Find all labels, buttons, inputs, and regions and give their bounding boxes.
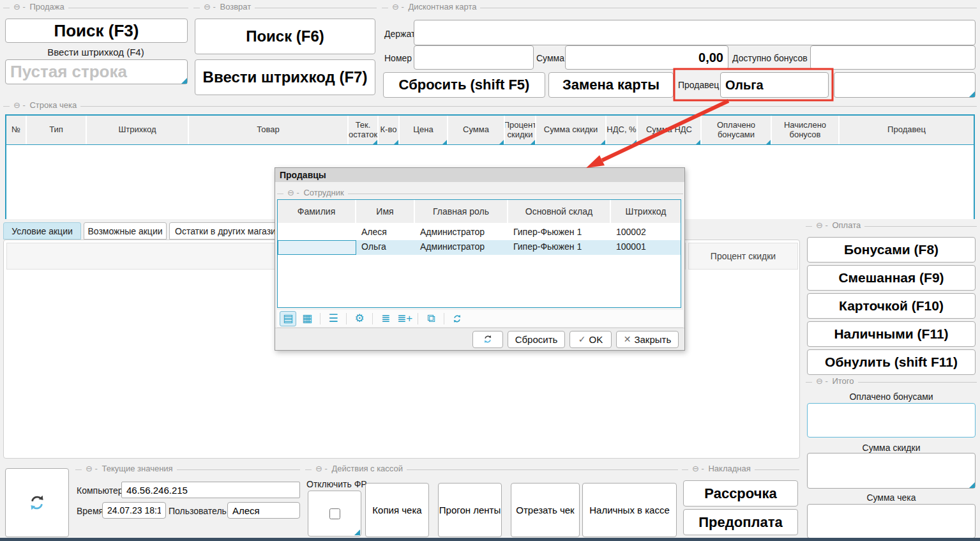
feed-tape-button[interactable]: Прогон ленты — [438, 483, 502, 537]
collapse-icon[interactable]: ⊖ - — [692, 464, 704, 473]
receipt-col-num[interactable]: № — [6, 116, 27, 144]
pay-card-button[interactable]: Карточкой (F10) — [807, 293, 976, 319]
receipt-col-seller[interactable]: Продавец — [840, 116, 974, 144]
computer-field[interactable] — [121, 482, 300, 498]
available-bonuses-field[interactable] — [810, 45, 976, 70]
paid-bonuses-field[interactable] — [807, 403, 976, 438]
receipt-col-discount-percent[interactable]: Процент скидки — [505, 116, 536, 144]
sale-barcode-input[interactable] — [5, 59, 188, 84]
filter-triangle-icon[interactable] — [442, 140, 447, 144]
holder-field[interactable] — [414, 20, 976, 45]
add-row-icon[interactable]: ≣+ — [396, 311, 413, 326]
computer-input[interactable] — [121, 482, 300, 498]
receipt-col-vat-sum[interactable]: Сумма НДС — [638, 116, 702, 144]
disable-fr-checkbox[interactable] — [329, 508, 340, 519]
collapse-icon[interactable]: ⊖ - — [204, 2, 216, 11]
emp-col-firstname[interactable]: Имя — [356, 200, 415, 223]
seller-extra-input[interactable] — [834, 72, 976, 98]
receipt-col-qty[interactable]: К-во — [379, 116, 400, 144]
filter-triangle-icon[interactable] — [394, 140, 398, 144]
return-enter-barcode-button[interactable]: Ввести штрихкод (F7) — [195, 59, 375, 95]
collapse-icon[interactable]: ⊖ - — [287, 188, 299, 197]
holder-input[interactable] — [414, 20, 976, 45]
card-amount-field[interactable] — [565, 45, 728, 70]
collapse-icon[interactable]: ⊖ - — [86, 464, 98, 473]
discount-sum-field[interactable] — [807, 453, 976, 489]
pay-zero-button[interactable]: Обнулить (shift F11) — [807, 349, 976, 375]
filter-triangle-icon[interactable] — [499, 140, 504, 144]
collapse-icon[interactable]: ⊖ - — [816, 376, 828, 386]
export-icon[interactable]: ⧉ — [423, 311, 439, 326]
gear-icon[interactable]: ⚙ — [351, 311, 368, 326]
discount-sum-input[interactable] — [807, 453, 976, 489]
card-number-field[interactable] — [414, 45, 534, 70]
pay-cash-button[interactable]: Наличными (F11) — [807, 321, 976, 347]
available-bonuses-input[interactable] — [810, 45, 976, 70]
user-input[interactable] — [227, 502, 300, 519]
receipt-col-barcode[interactable]: Штрихкод — [87, 116, 189, 144]
main-refresh-button[interactable] — [5, 468, 69, 537]
receipt-col-sum[interactable]: Сумма — [448, 116, 505, 144]
emp-col-barcode[interactable]: Штрихкод — [611, 200, 681, 223]
filter-triangle-icon[interactable] — [373, 140, 377, 144]
paid-bonuses-input[interactable] — [807, 403, 976, 438]
filter-icon[interactable]: ☰ — [325, 311, 342, 326]
collapse-icon[interactable]: ⊖ - — [13, 100, 26, 110]
emp-col-mainrole[interactable]: Главная роль — [415, 200, 508, 223]
emp-col-lastname[interactable]: Фамилия — [278, 200, 356, 223]
card-amount-input[interactable] — [565, 45, 728, 70]
card-reset-button[interactable]: Сбросить (shift F5) — [383, 72, 545, 98]
filter-triangle-icon[interactable] — [531, 140, 535, 144]
filter-triangle-icon[interactable] — [632, 140, 637, 144]
seller-input[interactable] — [720, 72, 829, 98]
employee-row-selected[interactable]: Ольга Администратор Гипер-Фьюжен 1 10000… — [278, 240, 681, 255]
sellers-dialog-titlebar[interactable]: Продавцы — [275, 168, 684, 182]
receipt-col-vat-percent[interactable]: НДС, % — [607, 116, 638, 144]
filter-triangle-icon[interactable] — [601, 140, 605, 144]
receipt-col-paid-bonuses[interactable]: Оплачено бонусами — [702, 116, 772, 144]
receipt-sum-input[interactable] — [807, 504, 976, 538]
receipt-col-current-stock[interactable]: Тек. остаток — [349, 116, 379, 144]
user-field[interactable] — [227, 502, 300, 519]
promo-col-discount-percent[interactable]: Процент скидки — [688, 243, 798, 270]
dialog-close-button[interactable]: ✕ Закрыть — [616, 331, 679, 348]
time-input[interactable] — [102, 502, 166, 519]
filter-triangle-icon[interactable] — [696, 140, 700, 144]
time-field[interactable] — [102, 502, 166, 519]
reload-icon[interactable] — [449, 311, 465, 326]
card-number-input[interactable] — [414, 45, 534, 70]
emp-col-mainwarehouse[interactable]: Основной склад — [508, 200, 611, 223]
collapse-icon[interactable]: ⊖ - — [392, 2, 404, 11]
tab-stock-other-stores[interactable]: Остатки в других магази — [169, 222, 279, 240]
employee-row[interactable]: Алеся Администратор Гипер-Фьюжен 1 10000… — [278, 225, 681, 240]
collapse-icon[interactable]: ⊖ - — [816, 220, 828, 230]
cash-in-drawer-button[interactable]: Наличных в кассе — [582, 483, 677, 537]
installment-button[interactable]: Рассрочка — [683, 480, 798, 507]
receipt-col-discount-sum[interactable]: Сумма скидки — [536, 116, 607, 144]
card-replace-button[interactable]: Замена карты — [548, 72, 674, 98]
return-search-button[interactable]: Поиск (F6) — [195, 19, 375, 54]
numbered-list-icon[interactable]: ≣ — [377, 311, 394, 326]
dialog-ok-button[interactable]: ✓ OK — [569, 331, 612, 348]
receipt-col-type[interactable]: Тип — [27, 116, 87, 144]
dialog-reset-button[interactable]: Сбросить — [508, 331, 565, 348]
cut-receipt-button[interactable]: Отрезать чек — [511, 483, 580, 537]
prepayment-button[interactable]: Предоплата — [683, 509, 798, 535]
tab-promo-conditions[interactable]: Условие акции — [3, 222, 81, 240]
collapse-icon[interactable]: ⊖ - — [315, 464, 328, 473]
receipt-copy-button[interactable]: Копия чека — [365, 483, 429, 537]
collapse-icon[interactable]: ⊖ - — [13, 2, 26, 11]
dialog-refresh-button[interactable] — [472, 331, 503, 348]
sale-barcode-field[interactable] — [5, 59, 188, 84]
tab-possible-promos[interactable]: Возможные акции — [84, 222, 167, 240]
receipt-sum-field[interactable] — [807, 504, 976, 538]
receipt-col-accrued-bonuses[interactable]: Начислено бонусов — [772, 116, 840, 144]
pay-bonuses-button[interactable]: Бонусами (F8) — [807, 237, 976, 263]
receipt-col-price[interactable]: Цена — [400, 116, 448, 144]
details-view-icon[interactable]: ▤ — [280, 311, 296, 326]
grid-view-icon[interactable]: ▦ — [299, 311, 315, 326]
receipt-col-product[interactable]: Товар — [189, 116, 349, 144]
filter-triangle-icon[interactable] — [766, 140, 771, 144]
pay-mixed-button[interactable]: Смешанная (F9) — [807, 265, 976, 291]
seller-extra-field[interactable] — [834, 72, 976, 98]
